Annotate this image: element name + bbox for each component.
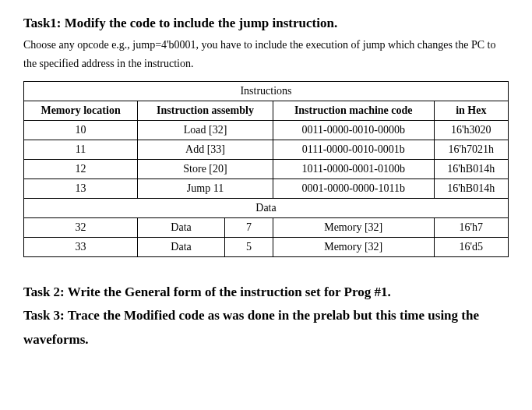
- cell-memloc: 33: [24, 237, 138, 256]
- cell-inhex: 16'h3020: [434, 120, 508, 140]
- instructions-section-header: Instructions: [24, 81, 509, 101]
- cell-value: 7: [225, 217, 273, 237]
- cell-label: Data: [138, 237, 225, 256]
- cell-machinecode: 0111-0000-0010-0001b: [273, 140, 434, 159]
- cell-memloc: 32: [24, 217, 138, 237]
- cell-inhex: 16'hB014h: [434, 159, 508, 178]
- cell-assembly: Jump 11: [138, 178, 273, 198]
- cell-assembly: Add [33]: [138, 140, 273, 159]
- cell-memloc: 13: [24, 178, 138, 198]
- cell-inhex: 16'h7021h: [434, 140, 508, 159]
- task3-heading: Task 3: Trace the Modified code as was d…: [23, 304, 509, 352]
- task2-heading: Task 2: Write the General form of the in…: [23, 281, 509, 305]
- cell-desc: Memory [32]: [273, 217, 434, 237]
- task1-heading: Task1: Modify the code to include the ju…: [23, 16, 509, 31]
- cell-value: 5: [225, 237, 273, 256]
- cell-assembly: Load [32]: [138, 120, 273, 140]
- header-memloc: Memory location: [24, 101, 138, 120]
- cell-label: Data: [138, 217, 225, 237]
- cell-inhex: 16'h7: [434, 217, 508, 237]
- cell-memloc: 11: [24, 140, 138, 159]
- table-row: 10 Load [32] 0011-0000-0010-0000b 16'h30…: [24, 120, 509, 140]
- cell-machinecode: 0011-0000-0010-0000b: [273, 120, 434, 140]
- cell-memloc: 12: [24, 159, 138, 178]
- table-row: 12 Store [20] 1011-0000-0001-0100b 16'hB…: [24, 159, 509, 178]
- header-assembly: Instruction assembly: [138, 101, 273, 120]
- cell-memloc: 10: [24, 120, 138, 140]
- data-section-header: Data: [24, 198, 509, 217]
- header-machinecode: Instruction machine code: [273, 101, 434, 120]
- table-row: 33 Data 5 Memory [32] 16'd5: [24, 237, 509, 256]
- table-row: 32 Data 7 Memory [32] 16'h7: [24, 217, 509, 237]
- cell-assembly: Store [20]: [138, 159, 273, 178]
- table-row: 13 Jump 11 0001-0000-0000-1011b 16'hB014…: [24, 178, 509, 198]
- header-inhex: in Hex: [434, 101, 508, 120]
- cell-machinecode: 1011-0000-0001-0100b: [273, 159, 434, 178]
- cell-inhex: 16'hB014h: [434, 178, 508, 198]
- instruction-table: Instructions Memory location Instruction…: [23, 81, 509, 257]
- cell-inhex: 16'd5: [434, 237, 508, 256]
- task1-paragraph: Choose any opcode e.g., jump=4'b0001, yo…: [23, 36, 509, 73]
- cell-machinecode: 0001-0000-0000-1011b: [273, 178, 434, 198]
- cell-desc: Memory [32]: [273, 237, 434, 256]
- table-row: 11 Add [33] 0111-0000-0010-0001b 16'h702…: [24, 140, 509, 159]
